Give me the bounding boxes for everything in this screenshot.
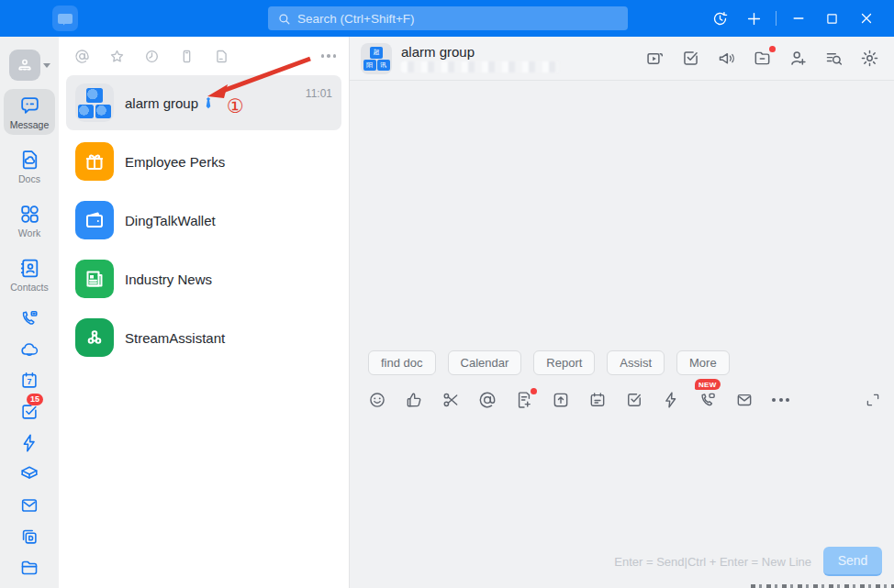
expand-icon[interactable] — [865, 392, 881, 408]
quick-action-more[interactable]: More — [676, 350, 730, 375]
close-icon[interactable] — [849, 0, 883, 37]
send-hint: Enter = Send|Ctrl + Enter = New Line — [614, 555, 811, 569]
org-avatar — [9, 50, 40, 81]
chevron-down-icon — [43, 63, 50, 68]
dingtalk-logo-icon — [58, 14, 73, 24]
sidebar-item-work[interactable]: Work — [4, 197, 55, 243]
chat-title: alarm group — [401, 44, 559, 60]
conversation-alarm-group[interactable]: alarm group 11:01 — [66, 75, 341, 130]
app-logo[interactable] — [52, 6, 78, 31]
clock-icon[interactable] — [144, 49, 160, 64]
lightning-icon[interactable] — [662, 391, 680, 409]
gift-icon — [75, 142, 114, 181]
lightning-icon[interactable] — [19, 433, 39, 453]
folder-icon[interactable] — [19, 558, 39, 578]
star-icon[interactable] — [109, 49, 125, 64]
maximize-icon[interactable] — [815, 0, 849, 37]
conversation-dingtalk-wallet[interactable]: DingTalkWallet — [66, 193, 341, 248]
conversation-items: alarm group 11:01 Employee Perks DingTal… — [59, 73, 349, 365]
conversation-time: 11:01 — [306, 87, 332, 100]
quick-action-report[interactable]: Report — [533, 350, 595, 375]
video-call-icon[interactable]: NEW — [698, 391, 717, 409]
new-badge: NEW — [695, 379, 721, 390]
upload-file-icon[interactable] — [552, 391, 570, 409]
conversation-stream-assistant[interactable]: StreamAssistant — [66, 310, 341, 365]
video-meeting-icon[interactable] — [645, 49, 665, 68]
task-check-icon[interactable] — [625, 391, 643, 409]
chat-bubble-icon — [18, 94, 41, 117]
notification-dot — [769, 46, 776, 52]
mention-icon[interactable] — [478, 391, 497, 409]
conversation-industry-news[interactable]: Industry News — [66, 251, 341, 306]
newspaper-icon — [75, 260, 114, 298]
composer-toolbar: NEW — [368, 391, 881, 409]
composer-send-row: Enter = Send|Ctrl + Enter = New Line Sen… — [614, 547, 882, 576]
announcement-icon[interactable] — [717, 49, 736, 68]
more-dots-icon[interactable] — [321, 54, 337, 58]
settings-gear-icon[interactable] — [860, 49, 879, 68]
sidebar-item-label: Docs — [18, 173, 40, 184]
share-nodes-icon — [75, 318, 114, 357]
sidebar-item-label: Contacts — [10, 282, 48, 293]
mention-icon[interactable] — [74, 49, 90, 64]
sidebar-item-contacts[interactable]: Contacts — [4, 251, 55, 297]
quick-action-find-doc[interactable]: find doc — [368, 350, 436, 375]
global-search-input[interactable]: Search (Ctrl+Shift+F) — [268, 6, 628, 30]
todo-check-icon[interactable] — [681, 49, 700, 68]
mail-icon[interactable] — [735, 391, 754, 409]
chat-header: 超 阳 讯 alarm group — [350, 37, 894, 81]
cloud-drive-icon[interactable] — [19, 339, 39, 360]
group-folder-icon[interactable] — [753, 49, 772, 68]
schedule-icon[interactable] — [588, 391, 607, 409]
conversation-name: Industry News — [125, 272, 212, 287]
calendar-icon[interactable]: 7 — [19, 371, 39, 391]
box-layers-icon[interactable] — [19, 464, 39, 484]
sidebar-item-label: Work — [18, 227, 40, 239]
add-member-icon[interactable] — [788, 49, 808, 68]
conversation-name: alarm group — [125, 95, 198, 111]
scissors-icon[interactable] — [441, 391, 460, 409]
clipped-desktop-text — [751, 584, 894, 588]
avatar-tile: 超 — [370, 47, 383, 59]
search-history-icon[interactable] — [824, 49, 844, 68]
history-icon[interactable] — [703, 0, 737, 37]
todo-check-icon[interactable]: 15 — [19, 402, 39, 422]
minimize-icon[interactable] — [781, 0, 815, 37]
file-icon[interactable] — [214, 49, 229, 64]
workspace-switcher[interactable] — [9, 50, 50, 81]
notification-dot — [531, 388, 537, 394]
calendar-day-number: 7 — [19, 377, 39, 386]
conversation-employee-perks[interactable]: Employee Perks — [66, 134, 341, 189]
conversation-name: StreamAssistant — [125, 330, 225, 346]
search-icon — [277, 12, 291, 26]
title-bar: Search (Ctrl+Shift+F) — [0, 0, 894, 37]
avatar-tile: 讯 — [377, 60, 390, 71]
conversation-name: DingTalkWallet — [125, 213, 216, 228]
document-icon — [18, 149, 41, 172]
wallet-icon — [75, 201, 114, 239]
tie-icon — [203, 96, 214, 109]
sidebar-item-message[interactable]: Message — [4, 89, 55, 135]
sidebar-item-docs[interactable]: Docs — [4, 143, 55, 189]
app-sidebar: Message Docs Work Contacts 7 15 — [0, 37, 59, 588]
phone-icon[interactable] — [179, 49, 195, 64]
thumbs-up-icon[interactable] — [405, 391, 423, 409]
send-button[interactable]: Send — [823, 547, 882, 576]
more-dots-icon[interactable] — [772, 398, 789, 402]
search-placeholder: Search (Ctrl+Shift+F) — [297, 12, 415, 26]
grid-icon — [18, 203, 41, 226]
quick-actions: find doc Calendar Report Assist More — [368, 350, 730, 375]
new-doc-icon[interactable] — [515, 391, 533, 409]
mail-icon[interactable] — [19, 495, 39, 516]
contact-book-icon — [18, 257, 41, 280]
todo-badge: 15 — [27, 394, 43, 405]
group-avatar[interactable]: 超 阳 讯 — [361, 43, 392, 74]
add-icon[interactable] — [737, 0, 771, 37]
quick-action-calendar[interactable]: Calendar — [448, 350, 522, 375]
video-phone-icon[interactable] — [19, 308, 39, 328]
emoji-icon[interactable] — [368, 391, 386, 409]
quick-action-assist[interactable]: Assist — [607, 350, 665, 375]
windows-icon[interactable] — [19, 527, 39, 547]
sidebar-item-label: Message — [10, 119, 50, 130]
conversation-list-panel: alarm group 11:01 Employee Perks DingTal… — [59, 37, 349, 588]
